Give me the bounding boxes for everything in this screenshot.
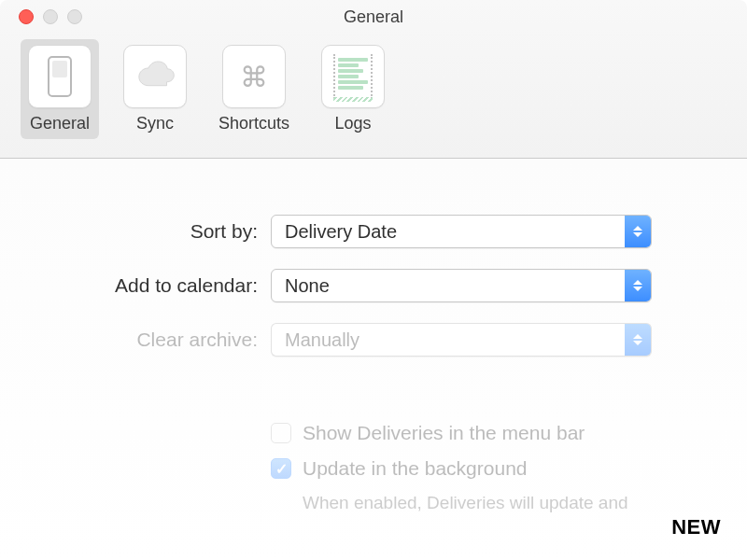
- sort-by-select[interactable]: Delivery Date: [271, 215, 652, 248]
- receipt-icon: [321, 45, 385, 108]
- tab-label: Logs: [335, 114, 372, 133]
- chevron-updown-icon: [625, 216, 651, 247]
- chevron-updown-icon: [625, 270, 651, 301]
- add-to-calendar-row: Add to calendar: None: [37, 269, 710, 302]
- traffic-lights: [0, 9, 82, 24]
- tab-sync[interactable]: Sync: [116, 39, 194, 139]
- clear-archive-label: Clear archive:: [37, 329, 271, 351]
- command-icon: ⌘: [222, 45, 286, 108]
- close-window-button[interactable]: [19, 9, 34, 24]
- update-background-row: Update in the background: [271, 457, 710, 480]
- update-background-label: Update in the background: [303, 457, 528, 480]
- show-menu-bar-checkbox[interactable]: [271, 423, 291, 443]
- add-to-calendar-select[interactable]: None: [271, 269, 652, 302]
- preferences-window: General General Sync ⌘ Shortcuts: [0, 0, 747, 560]
- show-menu-bar-row: Show Deliveries in the menu bar: [271, 422, 710, 444]
- chevron-updown-icon: [625, 324, 651, 356]
- background-options: Show Deliveries in the menu bar Update i…: [37, 422, 710, 513]
- select-value: None: [285, 275, 330, 297]
- tab-label: General: [30, 114, 90, 133]
- new-badge: NEW: [671, 515, 721, 539]
- tab-label: Sync: [136, 114, 174, 133]
- tab-shortcuts[interactable]: ⌘ Shortcuts: [211, 39, 297, 139]
- update-background-description: When enabled, Deliveries will update and: [271, 493, 710, 513]
- titlebar: General: [0, 0, 747, 34]
- update-background-checkbox[interactable]: [271, 458, 291, 479]
- window-title: General: [0, 7, 747, 27]
- select-value: Delivery Date: [285, 221, 397, 243]
- clear-archive-row: Clear archive: Manually: [37, 323, 710, 357]
- tab-logs[interactable]: Logs: [314, 39, 392, 139]
- sort-by-row: Sort by: Delivery Date: [37, 215, 710, 248]
- clear-archive-select[interactable]: Manually: [271, 323, 652, 357]
- tab-general[interactable]: General: [21, 39, 99, 139]
- tab-label: Shortcuts: [218, 114, 289, 133]
- add-to-calendar-label: Add to calendar:: [37, 274, 271, 297]
- show-menu-bar-label: Show Deliveries in the menu bar: [303, 422, 585, 444]
- minimize-window-button[interactable]: [43, 9, 58, 24]
- sort-by-label: Sort by:: [37, 220, 271, 243]
- switch-icon: [28, 45, 92, 108]
- general-pane: Sort by: Delivery Date Add to calendar: …: [0, 159, 747, 513]
- select-value: Manually: [285, 329, 359, 351]
- preferences-toolbar: General Sync ⌘ Shortcuts: [0, 34, 747, 159]
- cloud-icon: [123, 45, 187, 108]
- zoom-window-button[interactable]: [67, 9, 82, 24]
